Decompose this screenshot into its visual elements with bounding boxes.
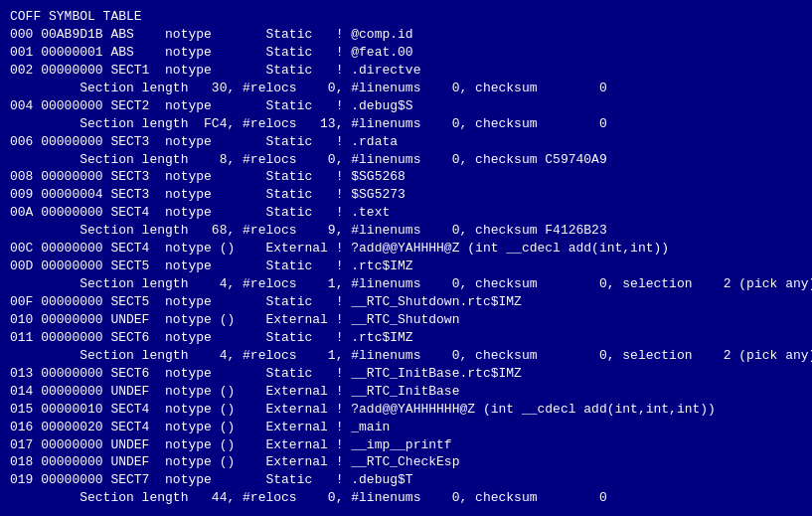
terminal-content: COFF SYMBOL TABLE 000 00AB9D1B ABS notyp…	[10, 8, 802, 516]
terminal-window: COFF SYMBOL TABLE 000 00AB9D1B ABS notyp…	[10, 8, 802, 516]
